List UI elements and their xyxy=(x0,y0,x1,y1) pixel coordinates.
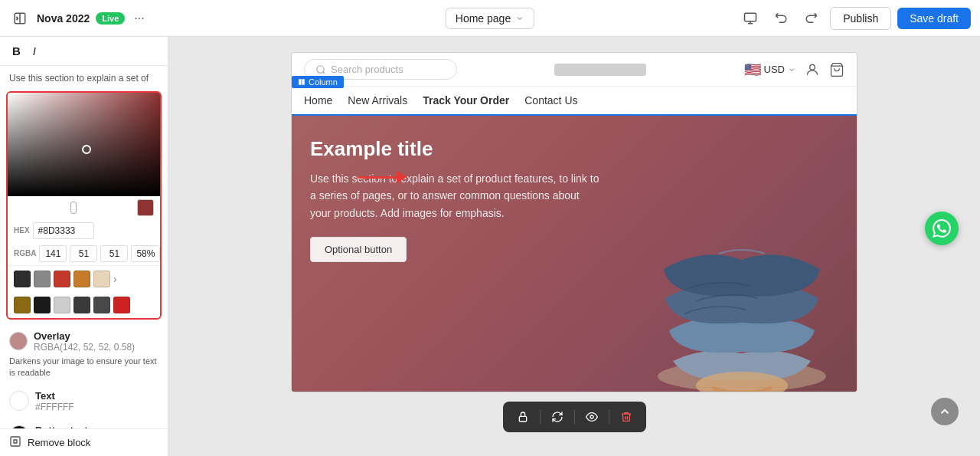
column-icon xyxy=(298,78,305,86)
swatch[interactable] xyxy=(93,271,110,287)
topbar-right: Publish Save draft xyxy=(738,6,971,31)
arrow-head xyxy=(397,171,407,183)
scroll-top-icon xyxy=(938,405,952,418)
toolbar-rotate-icon[interactable] xyxy=(547,406,568,428)
nav-bar: Column Home New Arrivals Track Your Orde… xyxy=(292,87,857,116)
canvas-toolbar xyxy=(503,402,646,432)
swatch[interactable] xyxy=(74,297,90,313)
toolbar-separator-3 xyxy=(609,410,609,424)
left-panel: B I Use this section to explain a set of xyxy=(0,37,168,456)
flag-icon: 🇺🇸 xyxy=(744,61,761,78)
swatch[interactable] xyxy=(54,297,70,313)
toolbar-separator xyxy=(540,410,541,424)
scroll-top-button[interactable] xyxy=(931,398,959,425)
swatch[interactable] xyxy=(14,297,31,313)
svg-rect-3 xyxy=(11,437,20,446)
undo-icon[interactable] xyxy=(769,6,793,31)
bold-button[interactable]: B xyxy=(9,43,24,59)
svg-point-10 xyxy=(590,415,593,418)
header-logo xyxy=(466,64,735,76)
topbar-left: Nova 2022 Live ··· xyxy=(9,8,148,29)
save-draft-button[interactable]: Save draft xyxy=(897,8,971,29)
hero-desc: Use this section to explain a set of pro… xyxy=(310,170,601,221)
nav-new-arrivals[interactable]: New Arrivals xyxy=(348,94,407,107)
column-badge: Column xyxy=(292,76,344,88)
hue-slider-row xyxy=(8,196,160,219)
swatch[interactable] xyxy=(34,297,51,313)
account-icon[interactable] xyxy=(805,62,820,77)
more-icon[interactable]: ··· xyxy=(131,8,147,28)
nav-contact[interactable]: Contact Us xyxy=(524,94,577,107)
color-gradient[interactable] xyxy=(8,93,160,196)
overlay-section: Overlay RGBA(142, 52, 52, 0.58) Darkens … xyxy=(0,323,168,384)
page-selector[interactable]: Home page xyxy=(446,8,534,29)
currency-selector[interactable]: 🇺🇸 USD xyxy=(744,61,795,78)
hero-title: Example title xyxy=(310,137,838,161)
swatch[interactable] xyxy=(14,271,31,287)
overlay-label: Overlay xyxy=(34,330,135,342)
whatsapp-button[interactable] xyxy=(925,212,959,245)
swatch[interactable] xyxy=(54,271,70,287)
remove-block-row[interactable]: Remove block xyxy=(0,428,168,456)
swatch[interactable] xyxy=(113,297,130,313)
toolbar-delete-icon[interactable] xyxy=(616,406,637,428)
svg-rect-9 xyxy=(519,416,526,422)
hero-section[interactable]: Example title Use this section to explai… xyxy=(292,116,857,392)
rgba-b-input[interactable] xyxy=(100,245,128,262)
hex-row: HEX xyxy=(8,219,160,242)
redo-icon[interactable] xyxy=(799,6,824,31)
site-name: Nova 2022 xyxy=(37,12,90,25)
text-color-circle xyxy=(9,391,29,411)
nav-home[interactable]: Home xyxy=(304,94,332,107)
canvas-area: Search products 🇺🇸 USD xyxy=(168,37,980,456)
swatch[interactable] xyxy=(93,297,110,313)
toolbar-visibility-icon[interactable] xyxy=(581,406,603,428)
currency-chevron-icon xyxy=(788,66,795,74)
topbar-center: Home page xyxy=(446,8,534,29)
rgba-a-input[interactable] xyxy=(131,245,160,262)
publish-button[interactable]: Publish xyxy=(830,7,891,30)
remove-block-icon xyxy=(9,435,21,450)
svg-rect-2 xyxy=(745,13,756,21)
swatches-container: › xyxy=(8,265,160,318)
arrow-pointer xyxy=(358,171,407,183)
toolbar-lock-icon[interactable] xyxy=(512,406,534,428)
nav-track-order[interactable]: Track Your Order xyxy=(423,94,509,107)
hero-content: Example title Use this section to explai… xyxy=(292,116,857,284)
search-icon xyxy=(315,64,326,75)
hex-input[interactable] xyxy=(33,222,94,239)
hero-button[interactable]: Optional button xyxy=(310,237,407,262)
overlay-dot[interactable] xyxy=(9,332,28,350)
text-color-value: #FFFFFF xyxy=(35,402,74,412)
cart-icon[interactable] xyxy=(829,62,844,77)
back-icon[interactable] xyxy=(9,8,31,29)
device-icon[interactable] xyxy=(738,6,763,31)
text-color-row[interactable]: Text #FFFFFF xyxy=(0,384,168,418)
rgba-g-input[interactable] xyxy=(70,245,97,262)
live-badge: Live xyxy=(96,12,125,25)
page-selector-label: Home page xyxy=(456,12,511,25)
swatch[interactable] xyxy=(34,271,51,287)
rgba-r-input[interactable] xyxy=(39,245,67,262)
color-swatch-preview xyxy=(137,199,154,216)
main-layout: B I Use this section to explain a set of xyxy=(0,37,980,456)
overlay-desc: Darkens your image to ensure your text i… xyxy=(9,356,158,379)
overlay-row: Overlay RGBA(142, 52, 52, 0.58) xyxy=(9,330,158,353)
topbar: Nova 2022 Live ··· Home page Publish Sav… xyxy=(0,0,980,37)
italic-button[interactable]: I xyxy=(30,43,39,59)
store-preview: Search products 🇺🇸 USD xyxy=(291,52,858,392)
whatsapp-icon xyxy=(933,219,951,238)
svg-point-5 xyxy=(810,64,815,70)
color-picker: HEX RGBA › xyxy=(6,91,162,320)
store-header: Search products 🇺🇸 USD xyxy=(292,53,857,87)
swatch[interactable] xyxy=(74,271,90,287)
search-placeholder: Search products xyxy=(331,64,403,75)
column-badge-label: Column xyxy=(309,77,338,87)
panel-toolbar: B I xyxy=(0,37,168,66)
currency-label: USD xyxy=(764,64,785,75)
overlay-info: Overlay RGBA(142, 52, 52, 0.58) xyxy=(34,330,135,353)
swatches-nav-right[interactable]: › xyxy=(113,273,117,285)
hex-label: HEX xyxy=(14,226,30,235)
panel-section-text: Use this section to explain a set of xyxy=(0,66,168,88)
arrow-shaft xyxy=(358,176,397,179)
